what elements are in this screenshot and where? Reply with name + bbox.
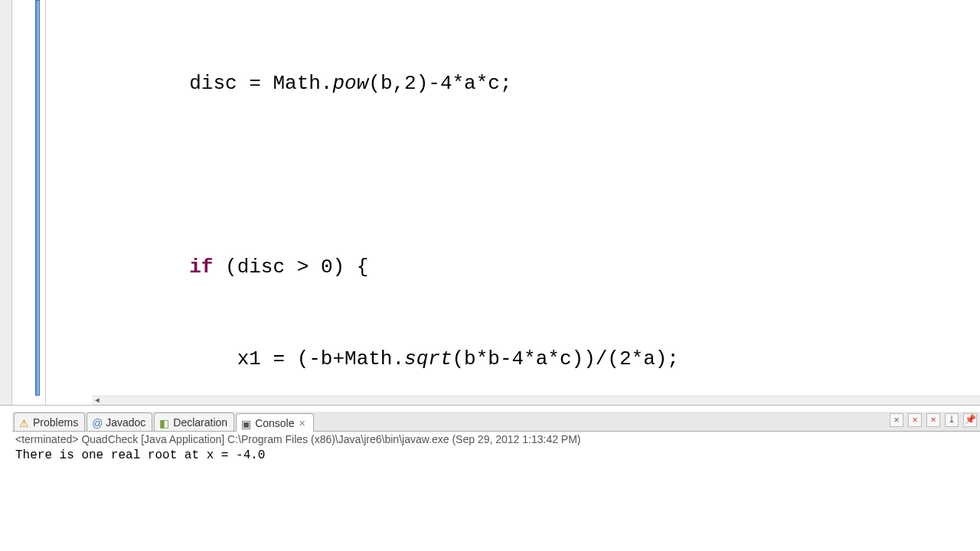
code-editor[interactable]: disc = Math.pow(b,2)-4*a*c; if (disc > 0… xyxy=(46,0,980,405)
code: (b*b-4*a*c))/(2*a); xyxy=(452,347,679,370)
declaration-icon: ◧ xyxy=(159,417,170,428)
editor-ruler xyxy=(12,0,46,405)
scroll-lock-button[interactable]: ⤓ xyxy=(945,413,959,427)
remove-all-button[interactable]: ✕ xyxy=(908,413,922,427)
clear-console-button[interactable]: ⨯ xyxy=(926,413,940,427)
tab-javadoc[interactable]: @ Javadoc xyxy=(87,412,152,431)
code: x1 = (-b+Math. xyxy=(237,347,404,370)
close-icon[interactable]: ✕ xyxy=(298,419,307,428)
indent xyxy=(46,72,189,95)
tab-declaration[interactable]: ◧ Declaration xyxy=(154,412,234,431)
tab-label: Declaration xyxy=(173,416,227,429)
change-bar xyxy=(35,0,40,396)
javadoc-icon: @ xyxy=(92,417,103,428)
code: (b,2)-4*a*c; xyxy=(368,72,511,95)
console-icon: ▣ xyxy=(241,418,252,429)
bottom-panel: ⚠ Problems @ Javadoc ◧ Declaration ▣ Con… xyxy=(12,412,980,549)
problems-icon: ⚠ xyxy=(19,417,30,428)
tab-console[interactable]: ▣ Console ✕ xyxy=(236,413,313,432)
view-tabs: ⚠ Problems @ Javadoc ◧ Declaration ▣ Con… xyxy=(12,412,980,432)
tab-problems[interactable]: ⚠ Problems xyxy=(14,412,85,431)
code-italic: sqrt xyxy=(404,347,452,370)
code-italic: pow xyxy=(332,72,368,95)
code: (disc > 0) { xyxy=(213,256,368,279)
keyword-if: if xyxy=(189,256,213,279)
code: disc = Math. xyxy=(189,72,332,95)
outline-gutter xyxy=(0,0,12,405)
tab-label: Console xyxy=(255,417,294,429)
pin-console-button[interactable]: 📌 xyxy=(963,413,977,427)
tab-label: Javadoc xyxy=(106,416,145,429)
remove-launch-button[interactable]: ✕ xyxy=(890,413,903,427)
console-launch-info: <terminated> QuadCheck [Java Application… xyxy=(12,432,980,447)
scroll-left-arrow[interactable]: ◄ xyxy=(92,396,103,405)
tab-label: Problems xyxy=(33,416,78,429)
editor-pane: disc = Math.pow(b,2)-4*a*c; if (disc > 0… xyxy=(0,0,980,406)
indent xyxy=(46,256,189,279)
horizontal-scrollbar[interactable]: ◄ xyxy=(92,396,980,405)
console-output[interactable]: There is one real root at x = -4.0 xyxy=(12,447,980,464)
console-toolbar: ✕ ✕ ⨯ ⤓ 📌 xyxy=(890,413,977,427)
indent xyxy=(46,347,237,370)
